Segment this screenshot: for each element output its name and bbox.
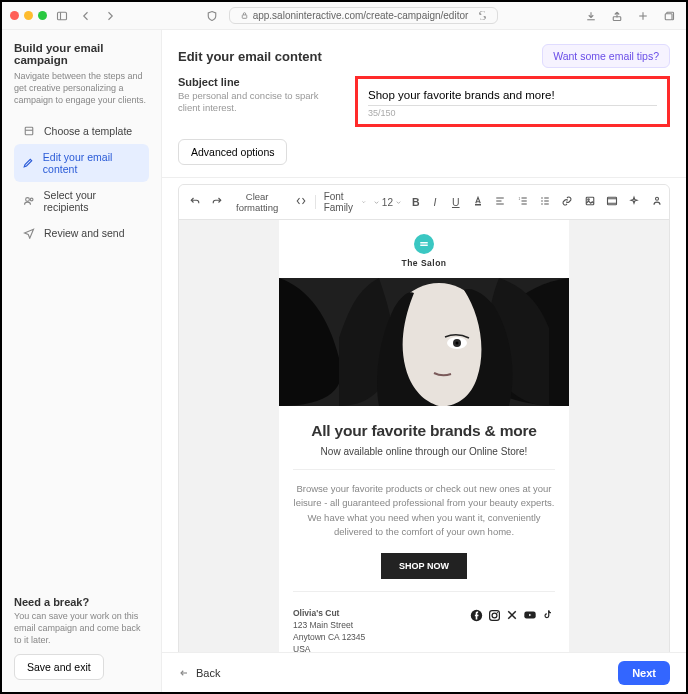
ordered-list-icon[interactable]: 1 (513, 193, 529, 211)
merge-tag-icon[interactable] (647, 193, 663, 211)
facebook-icon[interactable] (469, 608, 483, 622)
svg-text:1: 1 (518, 197, 520, 201)
break-title: Need a break? (14, 596, 149, 608)
tabs-icon[interactable] (660, 7, 678, 25)
close-window[interactable] (10, 11, 19, 20)
svg-point-21 (541, 200, 543, 202)
subject-input[interactable] (368, 85, 657, 106)
template-icon (22, 125, 36, 137)
send-icon (22, 227, 36, 239)
sidebar-subtitle: Navigate between the steps and get creat… (14, 70, 149, 106)
salon-name: The Salon (279, 258, 569, 268)
svg-rect-0 (58, 12, 67, 20)
svg-rect-7 (25, 128, 33, 136)
image-icon[interactable] (580, 193, 596, 211)
sidebar-item-label: Choose a template (44, 125, 132, 137)
bold-icon[interactable]: B (408, 194, 422, 210)
sidebar-item-label: Review and send (44, 227, 125, 239)
main-panel: Edit your email content Want some email … (162, 30, 686, 692)
editor-toolbar: Clear formatting Font Family 12 B I U 1 (179, 185, 669, 220)
ai-sparkle-icon[interactable] (624, 193, 640, 211)
traffic-lights (10, 11, 47, 20)
email-subhead: Now available online through our Online … (293, 446, 555, 457)
font-size-select[interactable]: 12 (373, 197, 402, 208)
next-button[interactable]: Next (618, 661, 670, 685)
underline-icon[interactable]: U (448, 194, 462, 210)
shield-icon[interactable] (203, 7, 221, 25)
svg-rect-38 (489, 610, 499, 620)
bottom-bar: Back Next (162, 652, 686, 692)
clear-format-button[interactable]: Clear formatting (230, 189, 285, 215)
share-icon[interactable] (608, 7, 626, 25)
subject-label: Subject line (178, 76, 343, 88)
svg-point-40 (496, 612, 497, 613)
break-subtitle: You can save your work on this email cam… (14, 610, 149, 646)
svg-point-10 (30, 199, 33, 202)
sidebar-toggle-icon[interactable] (53, 7, 71, 25)
svg-rect-2 (242, 15, 247, 18)
email-headline: All your favorite brands & more (293, 422, 555, 440)
back-button[interactable]: Back (178, 667, 220, 679)
svg-point-20 (541, 197, 543, 199)
bullet-list-icon[interactable] (535, 193, 551, 211)
url-text: app.saloninteractive.com/create-campaign… (253, 10, 469, 21)
sidebar-item-recipients[interactable]: Select your recipients (14, 182, 149, 220)
browser-titlebar: app.saloninteractive.com/create-campaign… (2, 2, 686, 30)
sidebar-item-edit-content[interactable]: Edit your email content (14, 144, 149, 182)
email-paragraph: Browse your favorite products or check o… (293, 482, 555, 539)
maximize-window[interactable] (38, 11, 47, 20)
nav-back-icon[interactable] (77, 7, 95, 25)
sidebar-item-label: Edit your email content (43, 151, 141, 175)
instagram-icon[interactable] (487, 608, 501, 622)
new-tab-icon[interactable] (634, 7, 652, 25)
sidebar-item-label: Select your recipients (44, 189, 141, 213)
hero-image (279, 278, 569, 406)
subject-help: Be personal and concise to spark client … (178, 90, 343, 115)
sidebar-title: Build your email campaign (14, 42, 149, 66)
svg-point-27 (587, 199, 589, 201)
url-bar[interactable]: app.saloninteractive.com/create-campaign… (229, 7, 499, 24)
align-icon[interactable] (490, 193, 506, 211)
redo-icon[interactable] (207, 193, 223, 211)
users-icon (22, 195, 36, 207)
page-title: Edit your email content (178, 49, 322, 64)
svg-point-9 (25, 198, 29, 202)
code-icon[interactable] (291, 193, 307, 211)
subject-highlight: 35/150 (355, 76, 670, 127)
youtube-icon[interactable] (523, 608, 537, 622)
save-exit-button[interactable]: Save and exit (14, 654, 104, 680)
italic-icon[interactable]: I (428, 194, 442, 210)
minimize-window[interactable] (24, 11, 33, 20)
svg-rect-26 (586, 197, 594, 205)
salon-logo-icon (414, 234, 434, 254)
sidebar-item-template[interactable]: Choose a template (14, 118, 149, 144)
nav-forward-icon[interactable] (101, 7, 119, 25)
svg-rect-6 (665, 13, 672, 19)
media-icon[interactable] (602, 193, 618, 211)
sidebar-item-review[interactable]: Review and send (14, 220, 149, 246)
text-color-icon[interactable] (468, 193, 484, 211)
link-icon[interactable] (557, 193, 573, 211)
subject-counter: 35/150 (368, 108, 657, 118)
download-icon[interactable] (582, 7, 600, 25)
social-icons (469, 608, 555, 622)
svg-point-36 (456, 342, 459, 345)
business-address: Olivia's Cut 123 Main Street Anytown CA … (293, 608, 365, 652)
svg-point-39 (492, 613, 497, 618)
x-twitter-icon[interactable] (505, 608, 519, 622)
tiktok-icon[interactable] (541, 608, 555, 622)
sidebar: Build your email campaign Navigate betwe… (2, 30, 162, 692)
shop-now-button[interactable]: SHOP NOW (381, 553, 467, 579)
email-preview[interactable]: The Salon (279, 220, 569, 652)
advanced-options-button[interactable]: Advanced options (178, 139, 287, 165)
svg-point-31 (655, 197, 658, 200)
font-family-select[interactable]: Font Family (324, 191, 367, 213)
pencil-icon (22, 157, 35, 169)
email-tips-button[interactable]: Want some email tips? (542, 44, 670, 68)
editor: Clear formatting Font Family 12 B I U 1 (178, 184, 670, 652)
svg-point-22 (541, 203, 543, 205)
undo-icon[interactable] (185, 193, 201, 211)
svg-rect-3 (613, 16, 621, 20)
